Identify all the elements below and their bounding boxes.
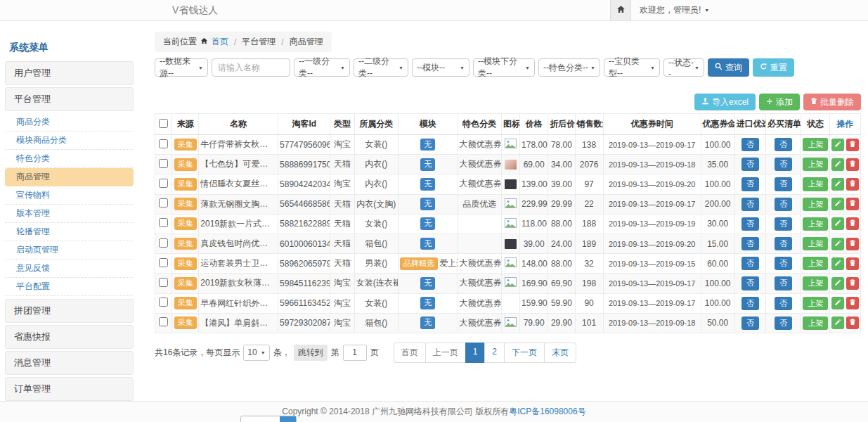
sidebar-item-10[interactable]: 意见反馈 — [5, 260, 134, 278]
import-select-toggle[interactable]: 否 — [741, 138, 759, 151]
status-toggle[interactable]: 上架 — [803, 158, 828, 171]
filter-select-7[interactable]: --状态--▼ — [663, 58, 704, 77]
row-checkbox[interactable] — [159, 278, 168, 287]
delete-button[interactable] — [846, 139, 859, 151]
sidebar-group-15[interactable]: 订单管理 — [5, 377, 134, 401]
reset-button[interactable]: 重置 — [753, 58, 794, 77]
row-checkbox[interactable] — [159, 159, 168, 168]
import-select-toggle[interactable]: 否 — [741, 237, 759, 250]
delete-button[interactable] — [846, 178, 859, 191]
must-buy-toggle[interactable]: 否 — [775, 297, 792, 310]
must-buy-toggle[interactable]: 否 — [775, 217, 792, 231]
status-toggle[interactable]: 上架 — [803, 177, 828, 191]
import-select-toggle[interactable]: 否 — [741, 217, 759, 231]
status-toggle[interactable]: 上架 — [803, 276, 828, 290]
page-button-2[interactable]: 上一页 — [425, 343, 466, 363]
row-checkbox[interactable] — [159, 218, 168, 227]
filter-select-6[interactable]: --宝贝类型--▼ — [604, 58, 660, 77]
delete-button[interactable] — [846, 316, 859, 329]
add-button[interactable]: 添加 — [759, 94, 800, 110]
must-buy-toggle[interactable]: 否 — [775, 198, 792, 211]
breadcrumb-home-link[interactable]: 首页 — [212, 36, 228, 48]
delete-button[interactable] — [846, 198, 859, 210]
row-checkbox[interactable] — [159, 298, 168, 307]
status-toggle[interactable]: 上架 — [803, 198, 828, 211]
filter-select-4[interactable]: --模块下分类--▼ — [473, 58, 535, 77]
import-select-toggle[interactable]: 否 — [741, 177, 759, 191]
must-buy-toggle[interactable]: 否 — [775, 138, 792, 151]
user-menu[interactable]: 欢迎您，管理员! ▼ — [631, 0, 718, 20]
status-toggle[interactable]: 上架 — [803, 297, 828, 310]
filter-select-2[interactable]: --二级分类--▼ — [354, 58, 408, 77]
row-checkbox[interactable] — [159, 139, 168, 148]
delete-button[interactable] — [846, 257, 859, 270]
edit-button[interactable] — [831, 238, 844, 250]
filter-select-1[interactable]: --一级分类--▼ — [294, 58, 350, 77]
status-toggle[interactable]: 上架 — [803, 217, 828, 231]
import-select-toggle[interactable]: 否 — [741, 316, 759, 330]
import-select-toggle[interactable]: 否 — [741, 158, 759, 171]
sidebar-item-8[interactable]: 轮播管理 — [5, 223, 134, 241]
sidebar-item-11[interactable]: 平台配置 — [5, 278, 134, 296]
must-buy-toggle[interactable]: 否 — [775, 237, 792, 250]
sidebar-group-12[interactable]: 拼团管理 — [5, 299, 134, 323]
sidebar-group-13[interactable]: 省惠快报 — [5, 325, 134, 349]
icp-link[interactable]: 粤ICP备16098006号 — [509, 406, 585, 418]
filter-select-3[interactable]: --模块--▼ — [412, 58, 469, 77]
row-checkbox[interactable] — [159, 198, 168, 207]
jump-page-input[interactable] — [343, 345, 367, 361]
edit-button[interactable] — [831, 257, 844, 270]
delete-button[interactable] — [846, 238, 859, 250]
sidebar-item-7[interactable]: 版本管理 — [5, 205, 134, 223]
edit-button[interactable] — [831, 297, 844, 309]
edit-button[interactable] — [831, 139, 844, 151]
sidebar-group-1[interactable]: 平台管理 — [5, 87, 134, 111]
import-select-toggle[interactable]: 否 — [741, 276, 759, 290]
sidebar-item-3[interactable]: 模块商品分类 — [5, 132, 134, 150]
sidebar-item-2[interactable]: 商品分类 — [5, 113, 134, 132]
page-button-5[interactable]: 下一页 — [504, 343, 545, 363]
import-select-toggle[interactable]: 否 — [741, 257, 759, 270]
filter-select-0[interactable]: --数据来源--▼ — [155, 58, 208, 77]
row-checkbox[interactable] — [159, 258, 168, 267]
delete-button[interactable] — [846, 297, 859, 309]
delete-button[interactable] — [846, 217, 859, 230]
status-toggle[interactable]: 上架 — [803, 237, 828, 250]
must-buy-toggle[interactable]: 否 — [775, 257, 792, 270]
edit-button[interactable] — [831, 158, 844, 171]
per-page-select[interactable]: 10 ▼ — [243, 345, 269, 361]
import-select-toggle[interactable]: 否 — [741, 297, 759, 310]
select-all-checkbox[interactable] — [159, 119, 168, 128]
sidebar-group-14[interactable]: 消息管理 — [5, 351, 134, 375]
must-buy-toggle[interactable]: 否 — [775, 158, 792, 171]
page-button-4[interactable]: 2 — [484, 343, 505, 363]
edit-button[interactable] — [831, 198, 844, 210]
edit-button[interactable] — [831, 178, 844, 191]
home-button[interactable] — [610, 0, 631, 20]
must-buy-toggle[interactable]: 否 — [775, 276, 792, 290]
import-excel-button[interactable]: 导入excel — [694, 94, 756, 110]
edit-button[interactable] — [831, 217, 844, 230]
status-toggle[interactable]: 上架 — [803, 138, 828, 151]
sidebar-item-4[interactable]: 特色分类 — [5, 150, 134, 168]
edit-button[interactable] — [831, 277, 844, 290]
jump-button[interactable]: 跳转到 — [294, 345, 328, 361]
page-button-6[interactable]: 末页 — [544, 343, 576, 363]
filter-select-5[interactable]: --特色分类--▼ — [538, 58, 600, 77]
page-button-3[interactable]: 1 — [465, 343, 486, 363]
sidebar-group-0[interactable]: 用户管理 — [5, 61, 134, 85]
import-select-toggle[interactable]: 否 — [741, 198, 759, 211]
edit-button[interactable] — [831, 316, 844, 329]
sidebar-item-5[interactable]: 商品管理 — [5, 168, 134, 186]
delete-button[interactable] — [846, 158, 859, 171]
sidebar-item-6[interactable]: 宣传物料 — [5, 186, 134, 205]
name-search-input[interactable] — [212, 58, 290, 77]
batch-delete-button[interactable]: 批量删除 — [803, 94, 861, 110]
delete-button[interactable] — [846, 277, 859, 290]
query-button[interactable]: 查询 — [708, 58, 749, 77]
status-toggle[interactable]: 上架 — [803, 316, 828, 330]
row-checkbox[interactable] — [159, 238, 168, 248]
must-buy-toggle[interactable]: 否 — [775, 316, 792, 330]
row-checkbox[interactable] — [159, 179, 168, 188]
page-button-1[interactable]: 首页 — [394, 343, 426, 363]
